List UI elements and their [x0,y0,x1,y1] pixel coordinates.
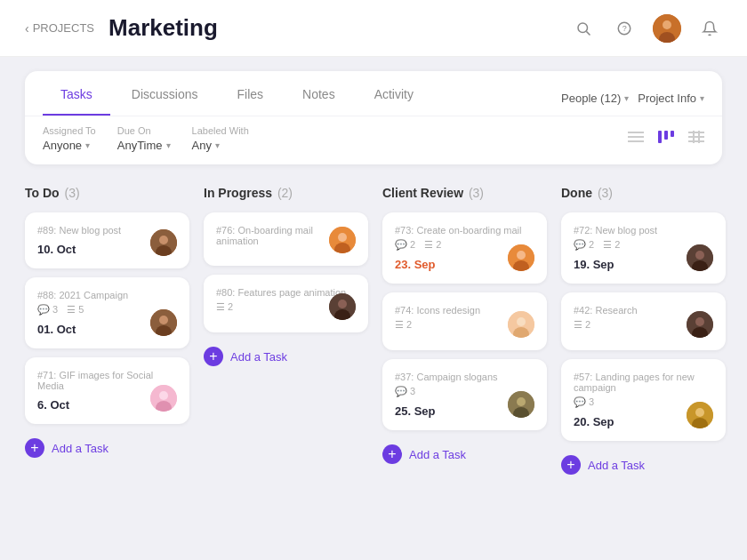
task-avatar [150,309,177,336]
svg-point-19 [159,236,168,244]
assigned-to-select[interactable]: Anyone ▾ [43,139,96,152]
task-card[interactable]: #89: New blog post 10. Oct [25,212,189,268]
project-info-button[interactable]: Project Info ▾ [638,92,704,105]
task-avatar [508,311,534,338]
tab-tasks[interactable]: Tasks [43,71,110,116]
view-toggle [628,131,704,147]
task-card[interactable]: #74: Icons redesign ☰ 2 [382,292,547,350]
add-task-button-clientreview[interactable]: + Add a Task [382,439,547,469]
svg-point-49 [695,408,704,417]
tab-files[interactable]: Files [220,71,282,116]
due-on-filter: Due On AnyTime ▾ [117,125,171,152]
task-meta-item: 💬 3 [574,396,594,408]
task-card[interactable]: #42: Research ☰ 2 [561,292,726,350]
task-id: #73: Create on-boarding mail [395,225,534,236]
task-card[interactable]: #72: New blog post 💬 2☰ 2 19. Sep [561,212,726,284]
task-date: 23. Sep [395,258,436,271]
search-icon[interactable] [571,16,596,41]
add-task-label: Add a Task [230,350,287,364]
due-on-select[interactable]: AnyTime ▾ [117,139,171,152]
grid-view-icon[interactable] [688,131,704,147]
svg-rect-11 [664,131,668,140]
filter-row: Assigned To Anyone ▾ Due On AnyTime ▾ La… [25,116,722,164]
task-meta-item: 💬 2 [395,239,415,251]
svg-point-40 [517,397,526,406]
task-avatar [687,402,713,428]
column-done: Done (3) #72: New blog post 💬 2☰ 2 19. S… [561,186,726,550]
task-meta-item: ☰ 2 [395,319,412,331]
task-date: 10. Oct [37,243,76,256]
filter-group: Assigned To Anyone ▾ Due On AnyTime ▾ La… [43,125,249,152]
task-meta-item: 💬 3 [395,386,415,397]
add-task-button-todo[interactable]: + Add a Task [25,433,189,463]
help-icon[interactable]: ? [612,16,637,41]
assigned-to-label: Assigned To [43,125,96,136]
task-avatar [329,293,356,320]
task-meta-item: ☰ 2 [216,301,233,313]
tabs-row: Tasks Discussions Files Notes Activity P… [25,71,722,116]
task-date: 6. Oct [37,398,69,412]
task-card[interactable]: #73: Create on-boarding mail 💬 2☰ 2 23. … [382,212,547,284]
column-header-todo: To Do (3) [25,186,189,200]
column-todo: To Do (3) #89: New blog post 10. Oct #88… [25,186,189,550]
task-id: #37: Campaign slogans [395,372,534,382]
labeled-with-label: Labeled With [192,125,249,136]
svg-point-25 [159,391,168,400]
task-avatar [508,391,534,418]
kanban-view-icon[interactable] [658,131,674,147]
task-id: #57: Landing pages for new campaign [574,372,713,393]
back-arrow-icon: ‹ [25,21,29,36]
task-meta-item: ☰ 2 [603,239,620,251]
svg-point-34 [517,251,526,260]
add-task-button-inprogress[interactable]: + Add a Task [204,341,368,372]
tab-notes[interactable]: Notes [285,71,353,116]
main-tabs: Tasks Discussions Files Notes Activity [43,71,435,116]
header: ‹ PROJECTS Marketing ? [0,0,747,57]
svg-line-1 [586,31,590,35]
task-avatar [687,244,713,271]
task-meta-item: 💬 3 [37,304,58,316]
column-inprogress: In Progress (2) #76: On-boarding mail an… [204,186,368,550]
add-icon: + [382,444,402,464]
labeled-with-select[interactable]: Any ▾ [192,139,249,152]
list-view-icon[interactable] [628,131,644,147]
task-avatar [508,244,534,271]
column-header-inprogress: In Progress (2) [204,186,368,200]
project-info-label: Project Info [638,92,696,105]
svg-text:?: ? [622,24,627,33]
back-navigation[interactable]: ‹ PROJECTS [25,21,94,36]
task-avatar [150,385,177,412]
task-card[interactable]: #88: 2021 Campaign 💬 3☰ 5 01. Oct [25,277,189,348]
labeled-with-chevron-icon: ▾ [215,140,220,150]
notification-icon[interactable] [697,16,722,41]
header-icons: ? [571,14,722,43]
projects-label: PROJECTS [33,21,94,35]
assigned-to-filter: Assigned To Anyone ▾ [43,125,96,152]
assigned-to-value: Anyone [43,139,82,152]
add-task-button-done[interactable]: + Add a Task [561,450,726,480]
svg-point-37 [517,317,526,326]
add-task-label: Add a Task [409,448,466,461]
task-card[interactable]: #37: Campaign slogans 💬 3 25. Sep [382,359,547,430]
task-meta-item: ☰ 2 [574,319,590,331]
task-card[interactable]: #80: Features page animation ☰ 2 [204,275,368,332]
task-card[interactable]: #71: GIF images for Social Media 6. Oct [25,357,189,424]
task-avatar [687,311,713,338]
task-id: #72: New blog post [574,225,713,236]
people-chevron-icon: ▾ [624,93,629,103]
labeled-with-filter: Labeled With Any ▾ [192,125,249,152]
task-meta-item: ☰ 2 [424,239,441,251]
tab-activity[interactable]: Activity [357,71,431,116]
column-header-done: Done (3) [561,186,726,200]
svg-rect-10 [658,131,662,143]
task-card[interactable]: #76: On-boarding mail animation [204,212,368,266]
column-header-clientreview: Client Review (3) [382,186,547,200]
people-button[interactable]: People (12) ▾ [561,92,629,105]
task-id: #88: 2021 Campaign [37,290,177,300]
task-card[interactable]: #57: Landing pages for new campaign 💬 3 … [561,359,726,441]
tab-discussions[interactable]: Discussions [114,71,216,116]
user-avatar[interactable] [653,14,681,43]
svg-point-0 [578,23,588,33]
due-on-label: Due On [117,125,171,136]
page-title: Marketing [108,14,571,42]
